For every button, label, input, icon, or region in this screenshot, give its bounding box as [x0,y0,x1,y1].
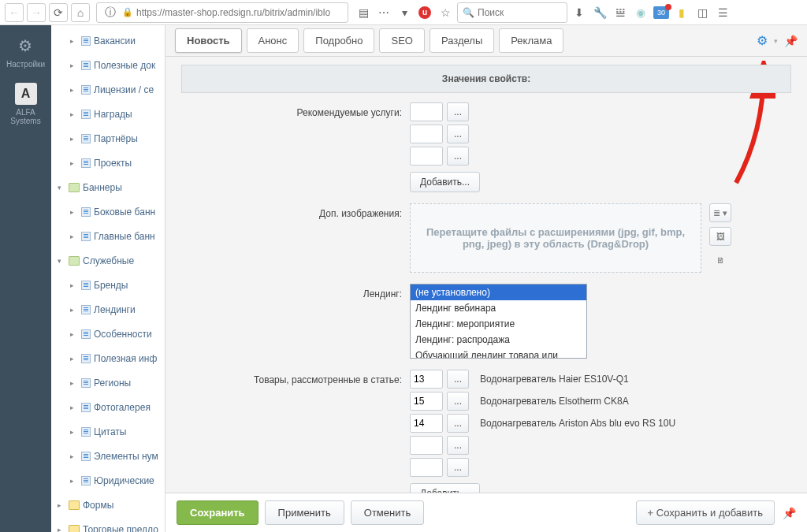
product-id-input[interactable] [410,436,443,455]
apply-button[interactable]: Применить [265,500,344,525]
product-id-input[interactable] [410,370,443,389]
tabs-row: НовостьАнонсПодробноSEOРазделыРеклама ⚙ … [165,25,807,57]
pin-icon[interactable]: 📌 [784,35,798,47]
tree-item[interactable]: ▸Юридические [51,468,165,493]
tree-item[interactable]: ▸Формы [51,493,165,517]
search-box[interactable]: 🔍 [457,2,567,23]
tree-item[interactable]: ▸Награды [51,102,165,126]
tree-item[interactable]: ▸Торговые предло [51,517,165,532]
tree-item[interactable]: ▸Цитаты [51,419,165,444]
forward-button[interactable]: → [27,3,46,22]
tree-item[interactable]: ▸Вакансии [51,28,165,53]
messages-icon[interactable]: 30 [653,4,670,21]
tree-item[interactable]: ▸Партнёры [51,126,165,151]
back-button[interactable]: ← [5,3,24,22]
save-button[interactable]: Сохранить [177,500,258,525]
list-view-button[interactable]: ≣ ▾ [709,203,731,222]
footer-pin-icon[interactable]: 📌 [783,507,796,519]
tab-Разделы[interactable]: Разделы [430,28,494,53]
rail-settings[interactable]: ⚙ Настройки [6,35,45,69]
tree-item[interactable]: ▸Фотогалерея [51,395,165,419]
settings-gear-icon[interactable]: ⚙ [757,33,768,48]
address-bar[interactable]: ⓘ 🔒 https://master-shop.redsign.ru/bitri… [96,2,348,23]
image-tool-button[interactable]: 🖼 [709,227,731,246]
add-button[interactable]: Добавить... [410,483,480,493]
browse-button[interactable]: ... [447,436,469,455]
library-icon[interactable]: 𝍎 [612,4,629,21]
home-button[interactable]: ⌂ [71,3,90,22]
add-button[interactable]: Добавить... [410,172,480,192]
tab-Анонс[interactable]: Анонс [247,28,299,53]
bookmark-icon[interactable]: ☆ [437,4,454,21]
tree-item[interactable]: ▾Баннеры [51,175,165,199]
product-id-input[interactable] [410,392,443,411]
more-icon[interactable]: ⋯ [375,4,392,21]
gear-icon: ⚙ [14,35,36,57]
tree-item[interactable]: ▸Особенности [51,322,165,346]
rec-service-input[interactable] [410,102,443,121]
url-text: https://master-shop.redsign.ru/bitrix/ad… [136,7,330,18]
file-tool-button[interactable]: 🗎 [709,251,731,270]
landing-option[interactable]: Лендинг вебинара [411,300,586,316]
panda-icon[interactable]: ◉ [632,4,649,21]
reload-button[interactable]: ⟳ [49,3,68,22]
tree-item[interactable]: ▸Бренды [51,273,165,297]
save-and-add-button[interactable]: Сохранить и добавить [636,500,775,525]
tree-item[interactable]: ▸Лицензии / се [51,77,165,102]
alfa-icon: A [15,83,37,105]
menu-icon[interactable]: ☰ [714,4,731,21]
tree-item[interactable]: ▸Элементы нум [51,444,165,468]
pocket-icon[interactable]: ▾ [396,4,413,21]
devtools-icon[interactable]: 🔧 [591,4,608,21]
tab-Подробно[interactable]: Подробно [303,28,374,53]
product-id-input[interactable] [410,458,443,477]
content-area: НовостьАнонсПодробноSEOРазделыРеклама ⚙ … [165,25,807,532]
sidebar-icon[interactable]: ◫ [694,4,711,21]
tab-SEO[interactable]: SEO [379,28,424,53]
tree-item[interactable]: ▸Регионы [51,370,165,395]
browse-button[interactable]: ... [447,147,469,166]
tab-Реклама[interactable]: Реклама [499,28,563,53]
product-name: Водонагреватель Haier ES10V-Q1 [480,374,629,385]
landing-listbox[interactable]: (не установлено)Лендинг вебинараЛендинг:… [410,284,587,359]
tree-item[interactable]: ▸Полезная инф [51,346,165,370]
cancel-button[interactable]: Отменить [351,500,424,525]
tree-item[interactable]: ▸Главные банн [51,224,165,248]
browse-button[interactable]: ... [447,102,469,121]
browse-button[interactable]: ... [447,458,469,477]
browse-button[interactable]: ... [447,370,469,389]
section-header: Значения свойств: [181,65,791,93]
footer-bar: Сохранить Применить Отменить Сохранить и… [165,493,807,532]
product-name: Водонагреватель Elsotherm CK8A [480,396,629,407]
browse-button[interactable]: ... [447,414,469,433]
label-products: Товары, рассмотренные в статье: [181,370,410,385]
browse-button[interactable]: ... [447,125,469,143]
chevron-down-icon[interactable]: ▾ [774,37,778,45]
search-input[interactable] [478,7,562,18]
info-icon[interactable]: ⓘ [102,4,119,21]
reader-icon[interactable]: ▤ [355,4,372,21]
landing-option[interactable]: (не установлено) [411,285,586,300]
label-landing: Лендинг: [181,284,410,299]
rec-service-input[interactable] [410,147,443,166]
rec-service-input[interactable] [410,125,443,143]
tree-item[interactable]: ▾Служебные [51,248,165,273]
landing-option[interactable]: Лендинг: мероприятие [411,316,586,332]
download-icon[interactable]: ⬇ [571,4,588,21]
landing-option[interactable]: Лендинг: распродажа [411,332,586,348]
form-area: Значения свойств: Рекомендуемые услуги: … [165,57,807,493]
file-dropzone[interactable]: Перетащите файлы с расширениями (jpg, gi… [410,203,701,273]
tree-item[interactable]: ▸Боковые банн [51,199,165,224]
ublock-icon[interactable]: u [416,4,433,21]
tree-item[interactable]: ▸Проекты [51,151,165,175]
tab-Новость[interactable]: Новость [175,28,242,53]
browse-button[interactable]: ... [447,392,469,411]
rail-alfa[interactable]: A ALFA Systems [0,83,51,125]
tree-item[interactable]: ▸Полезные док [51,53,165,77]
landing-option[interactable]: Обучающий лендинг товара или услуги [411,348,586,359]
tree-item[interactable]: ▸Лендинги [51,297,165,322]
bulb-icon[interactable]: ▮ [673,4,690,21]
product-name: Водонагреватель Ariston Abs blu evo RS 1… [480,418,675,429]
label-rec-services: Рекомендуемые услуги: [181,102,410,118]
product-id-input[interactable] [410,414,443,433]
